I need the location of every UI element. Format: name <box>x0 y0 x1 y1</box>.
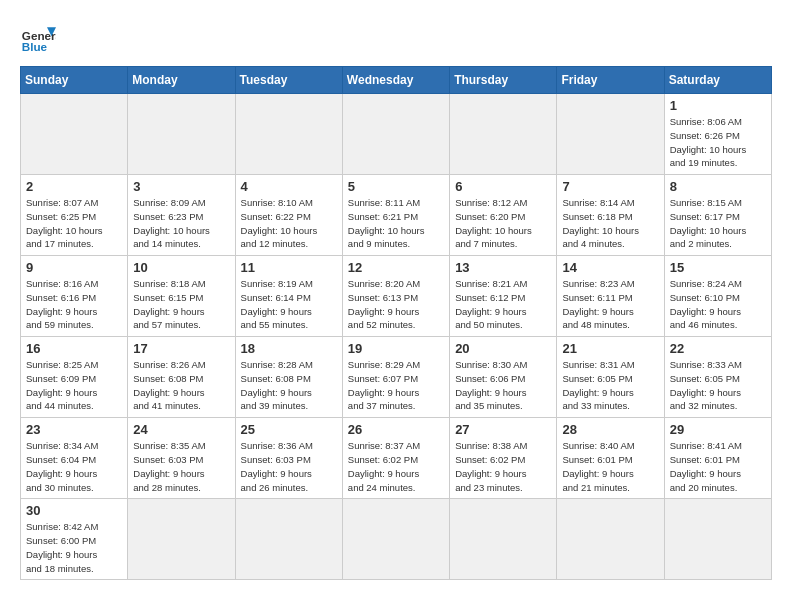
calendar-cell: 2Sunrise: 8:07 AM Sunset: 6:25 PM Daylig… <box>21 175 128 256</box>
day-number: 30 <box>26 503 122 518</box>
day-info: Sunrise: 8:28 AM Sunset: 6:08 PM Dayligh… <box>241 358 337 413</box>
calendar-cell: 28Sunrise: 8:40 AM Sunset: 6:01 PM Dayli… <box>557 418 664 499</box>
calendar-cell <box>342 499 449 580</box>
calendar-cell: 18Sunrise: 8:28 AM Sunset: 6:08 PM Dayli… <box>235 337 342 418</box>
day-number: 27 <box>455 422 551 437</box>
calendar-week-row: 2Sunrise: 8:07 AM Sunset: 6:25 PM Daylig… <box>21 175 772 256</box>
day-info: Sunrise: 8:09 AM Sunset: 6:23 PM Dayligh… <box>133 196 229 251</box>
day-number: 21 <box>562 341 658 356</box>
calendar-cell: 8Sunrise: 8:15 AM Sunset: 6:17 PM Daylig… <box>664 175 771 256</box>
day-number: 6 <box>455 179 551 194</box>
calendar-cell: 13Sunrise: 8:21 AM Sunset: 6:12 PM Dayli… <box>450 256 557 337</box>
day-info: Sunrise: 8:20 AM Sunset: 6:13 PM Dayligh… <box>348 277 444 332</box>
calendar-week-row: 30Sunrise: 8:42 AM Sunset: 6:00 PM Dayli… <box>21 499 772 580</box>
day-number: 14 <box>562 260 658 275</box>
day-number: 25 <box>241 422 337 437</box>
calendar-cell: 16Sunrise: 8:25 AM Sunset: 6:09 PM Dayli… <box>21 337 128 418</box>
calendar-cell: 27Sunrise: 8:38 AM Sunset: 6:02 PM Dayli… <box>450 418 557 499</box>
day-info: Sunrise: 8:24 AM Sunset: 6:10 PM Dayligh… <box>670 277 766 332</box>
calendar-cell: 20Sunrise: 8:30 AM Sunset: 6:06 PM Dayli… <box>450 337 557 418</box>
day-info: Sunrise: 8:15 AM Sunset: 6:17 PM Dayligh… <box>670 196 766 251</box>
day-number: 24 <box>133 422 229 437</box>
day-number: 1 <box>670 98 766 113</box>
calendar-cell <box>235 94 342 175</box>
day-number: 2 <box>26 179 122 194</box>
day-info: Sunrise: 8:36 AM Sunset: 6:03 PM Dayligh… <box>241 439 337 494</box>
day-info: Sunrise: 8:12 AM Sunset: 6:20 PM Dayligh… <box>455 196 551 251</box>
day-info: Sunrise: 8:06 AM Sunset: 6:26 PM Dayligh… <box>670 115 766 170</box>
calendar-cell: 22Sunrise: 8:33 AM Sunset: 6:05 PM Dayli… <box>664 337 771 418</box>
calendar-cell: 11Sunrise: 8:19 AM Sunset: 6:14 PM Dayli… <box>235 256 342 337</box>
calendar-cell: 15Sunrise: 8:24 AM Sunset: 6:10 PM Dayli… <box>664 256 771 337</box>
day-info: Sunrise: 8:42 AM Sunset: 6:00 PM Dayligh… <box>26 520 122 575</box>
day-info: Sunrise: 8:26 AM Sunset: 6:08 PM Dayligh… <box>133 358 229 413</box>
calendar-cell <box>128 94 235 175</box>
day-number: 28 <box>562 422 658 437</box>
calendar-cell: 7Sunrise: 8:14 AM Sunset: 6:18 PM Daylig… <box>557 175 664 256</box>
calendar-cell <box>557 499 664 580</box>
calendar-cell <box>235 499 342 580</box>
logo: General Blue <box>20 20 56 56</box>
day-number: 26 <box>348 422 444 437</box>
day-info: Sunrise: 8:10 AM Sunset: 6:22 PM Dayligh… <box>241 196 337 251</box>
day-number: 16 <box>26 341 122 356</box>
day-number: 12 <box>348 260 444 275</box>
weekday-header-monday: Monday <box>128 67 235 94</box>
day-info: Sunrise: 8:40 AM Sunset: 6:01 PM Dayligh… <box>562 439 658 494</box>
calendar-cell: 3Sunrise: 8:09 AM Sunset: 6:23 PM Daylig… <box>128 175 235 256</box>
day-number: 22 <box>670 341 766 356</box>
calendar-cell: 6Sunrise: 8:12 AM Sunset: 6:20 PM Daylig… <box>450 175 557 256</box>
day-info: Sunrise: 8:11 AM Sunset: 6:21 PM Dayligh… <box>348 196 444 251</box>
calendar-cell: 29Sunrise: 8:41 AM Sunset: 6:01 PM Dayli… <box>664 418 771 499</box>
calendar-cell: 23Sunrise: 8:34 AM Sunset: 6:04 PM Dayli… <box>21 418 128 499</box>
day-info: Sunrise: 8:14 AM Sunset: 6:18 PM Dayligh… <box>562 196 658 251</box>
day-number: 15 <box>670 260 766 275</box>
day-info: Sunrise: 8:34 AM Sunset: 6:04 PM Dayligh… <box>26 439 122 494</box>
day-info: Sunrise: 8:41 AM Sunset: 6:01 PM Dayligh… <box>670 439 766 494</box>
day-info: Sunrise: 8:23 AM Sunset: 6:11 PM Dayligh… <box>562 277 658 332</box>
day-info: Sunrise: 8:33 AM Sunset: 6:05 PM Dayligh… <box>670 358 766 413</box>
calendar-cell <box>128 499 235 580</box>
calendar-cell: 12Sunrise: 8:20 AM Sunset: 6:13 PM Dayli… <box>342 256 449 337</box>
day-info: Sunrise: 8:21 AM Sunset: 6:12 PM Dayligh… <box>455 277 551 332</box>
calendar-cell: 25Sunrise: 8:36 AM Sunset: 6:03 PM Dayli… <box>235 418 342 499</box>
day-info: Sunrise: 8:19 AM Sunset: 6:14 PM Dayligh… <box>241 277 337 332</box>
calendar-header-row: SundayMondayTuesdayWednesdayThursdayFrid… <box>21 67 772 94</box>
day-number: 13 <box>455 260 551 275</box>
day-number: 18 <box>241 341 337 356</box>
calendar-cell: 17Sunrise: 8:26 AM Sunset: 6:08 PM Dayli… <box>128 337 235 418</box>
calendar-table: SundayMondayTuesdayWednesdayThursdayFrid… <box>20 66 772 580</box>
day-number: 17 <box>133 341 229 356</box>
day-info: Sunrise: 8:07 AM Sunset: 6:25 PM Dayligh… <box>26 196 122 251</box>
calendar-cell: 26Sunrise: 8:37 AM Sunset: 6:02 PM Dayli… <box>342 418 449 499</box>
calendar-week-row: 1Sunrise: 8:06 AM Sunset: 6:26 PM Daylig… <box>21 94 772 175</box>
svg-text:Blue: Blue <box>22 40 48 53</box>
calendar-cell <box>557 94 664 175</box>
day-number: 4 <box>241 179 337 194</box>
weekday-header-friday: Friday <box>557 67 664 94</box>
weekday-header-thursday: Thursday <box>450 67 557 94</box>
day-number: 11 <box>241 260 337 275</box>
calendar-week-row: 23Sunrise: 8:34 AM Sunset: 6:04 PM Dayli… <box>21 418 772 499</box>
day-info: Sunrise: 8:18 AM Sunset: 6:15 PM Dayligh… <box>133 277 229 332</box>
day-number: 3 <box>133 179 229 194</box>
day-number: 19 <box>348 341 444 356</box>
calendar-cell: 14Sunrise: 8:23 AM Sunset: 6:11 PM Dayli… <box>557 256 664 337</box>
day-info: Sunrise: 8:37 AM Sunset: 6:02 PM Dayligh… <box>348 439 444 494</box>
day-number: 5 <box>348 179 444 194</box>
weekday-header-sunday: Sunday <box>21 67 128 94</box>
day-number: 20 <box>455 341 551 356</box>
day-number: 7 <box>562 179 658 194</box>
day-number: 8 <box>670 179 766 194</box>
weekday-header-wednesday: Wednesday <box>342 67 449 94</box>
calendar-cell: 24Sunrise: 8:35 AM Sunset: 6:03 PM Dayli… <box>128 418 235 499</box>
calendar-cell: 19Sunrise: 8:29 AM Sunset: 6:07 PM Dayli… <box>342 337 449 418</box>
day-info: Sunrise: 8:25 AM Sunset: 6:09 PM Dayligh… <box>26 358 122 413</box>
calendar-cell <box>21 94 128 175</box>
day-info: Sunrise: 8:35 AM Sunset: 6:03 PM Dayligh… <box>133 439 229 494</box>
page-header: General Blue <box>20 20 772 56</box>
day-info: Sunrise: 8:16 AM Sunset: 6:16 PM Dayligh… <box>26 277 122 332</box>
calendar-cell: 1Sunrise: 8:06 AM Sunset: 6:26 PM Daylig… <box>664 94 771 175</box>
calendar-cell: 10Sunrise: 8:18 AM Sunset: 6:15 PM Dayli… <box>128 256 235 337</box>
day-info: Sunrise: 8:30 AM Sunset: 6:06 PM Dayligh… <box>455 358 551 413</box>
